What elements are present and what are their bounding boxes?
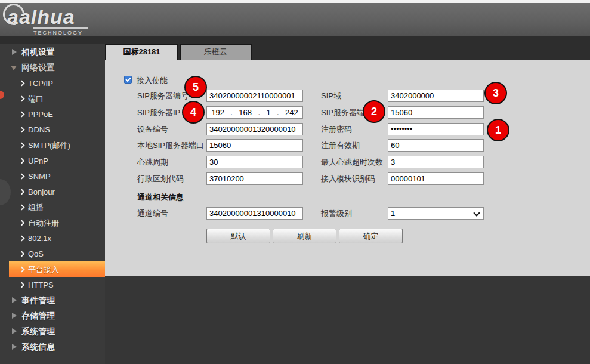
heartbeat-period-label: 心跳周期 bbox=[137, 156, 168, 168]
chevron-right-icon bbox=[19, 251, 25, 257]
sidebar-item-port[interactable]: 端口 bbox=[0, 91, 105, 106]
sip-server-port-input[interactable] bbox=[388, 106, 484, 119]
ip-octet-3: 1 bbox=[266, 108, 270, 117]
local-sip-port-input[interactable] bbox=[206, 139, 303, 152]
admin-region-code-label: 行政区划代码 bbox=[137, 172, 184, 185]
alarm-level-label: 报警级别 bbox=[321, 207, 352, 220]
chevron-right-icon bbox=[19, 112, 25, 118]
annotation-badge-3: 3 bbox=[484, 82, 507, 104]
sidebar-item-qos[interactable]: QoS bbox=[0, 246, 105, 261]
chevron-right-icon bbox=[19, 189, 25, 195]
channel-info-section-header: 通道相关信息 bbox=[137, 192, 184, 203]
sidebar-item-smtp[interactable]: SMTP(邮件) bbox=[0, 137, 105, 153]
chevron-right-icon bbox=[19, 143, 25, 149]
register-validity-input[interactable] bbox=[388, 139, 484, 152]
chevron-right-icon bbox=[19, 282, 25, 288]
app-header: aalhua TECHNOLOGY bbox=[0, 3, 590, 36]
sidebar-item-auto-register[interactable]: 自动注册 bbox=[0, 215, 105, 230]
sidebar-item-upnp[interactable]: UPnP bbox=[0, 153, 105, 168]
sidebar-item-platform-access[interactable]: 平台接入 bbox=[9, 261, 105, 277]
chevron-right-icon bbox=[19, 236, 25, 242]
sidebar-item-pppoe[interactable]: PPPoE bbox=[0, 106, 105, 122]
enable-access-label: 接入使能 bbox=[137, 75, 168, 86]
annotation-badge-2: 2 bbox=[363, 100, 385, 123]
sidebar-group-label: 网络设置 bbox=[21, 63, 55, 72]
chevron-right-icon bbox=[19, 81, 25, 87]
ip-dot: . bbox=[277, 108, 279, 117]
ip-octet-2: 168 bbox=[239, 108, 252, 117]
alarm-level-value: 1 bbox=[391, 209, 395, 218]
dahua-logo: aalhua TECHNOLOGY bbox=[7, 7, 88, 36]
access-module-id-input[interactable] bbox=[388, 172, 484, 185]
sidebar-group-network-settings[interactable]: 网络设置 bbox=[0, 60, 105, 75]
sidebar-item-ddns[interactable]: DDNS bbox=[0, 122, 105, 137]
sip-server-id-input[interactable] bbox=[206, 90, 303, 102]
sip-server-ip-input[interactable]: 192 . 168 . 1 . 242 bbox=[206, 106, 303, 119]
sidebar: 相机设置 网络设置 TCP/IP 端口 PPPoE DDNS SMTP(邮件) … bbox=[0, 44, 105, 364]
sidebar-item-snmp[interactable]: SNMP bbox=[0, 168, 105, 184]
local-sip-port-label: 本地SIP服务器端口 bbox=[137, 139, 204, 152]
sidebar-group-storage-management[interactable]: 存储管理 bbox=[0, 308, 105, 323]
ip-dot: . bbox=[230, 108, 233, 117]
admin-region-code-input[interactable] bbox=[206, 172, 303, 185]
heartbeat-period-input[interactable] bbox=[206, 156, 303, 168]
confirm-button[interactable]: 确定 bbox=[339, 229, 403, 243]
expanded-triangle-icon bbox=[11, 66, 17, 70]
logo-main-text: alhua bbox=[19, 5, 75, 28]
annotation-badge-5: 5 bbox=[184, 76, 207, 98]
register-validity-label: 注册有效期 bbox=[321, 139, 360, 152]
sidebar-group-label: 相机设置 bbox=[21, 47, 55, 57]
annotation-badge-4: 4 bbox=[182, 101, 205, 124]
ip-octet-4: 242 bbox=[285, 108, 298, 117]
channel-id-input[interactable] bbox=[206, 207, 303, 220]
chevron-right-icon bbox=[19, 174, 25, 180]
max-heartbeat-timeout-input[interactable] bbox=[388, 156, 484, 168]
logo-subtext: TECHNOLOGY bbox=[33, 27, 88, 36]
chevron-right-icon bbox=[19, 96, 25, 102]
alarm-level-select[interactable]: 1 bbox=[388, 207, 484, 220]
sidebar-item-https[interactable]: HTTPS bbox=[0, 277, 105, 292]
enable-access-checkbox[interactable] bbox=[124, 76, 132, 84]
collapsed-triangle-icon bbox=[12, 328, 17, 334]
sidebar-item-bonjour[interactable]: Bonjour bbox=[0, 184, 105, 199]
collapsed-triangle-icon bbox=[12, 344, 17, 350]
collapsed-triangle-icon bbox=[12, 297, 17, 303]
sip-domain-label: SIP域 bbox=[321, 90, 341, 102]
collapsed-triangle-icon bbox=[12, 49, 17, 55]
channel-id-label: 通道编号 bbox=[137, 207, 168, 220]
chevron-right-icon bbox=[19, 267, 25, 273]
sip-domain-input[interactable] bbox=[388, 90, 484, 102]
sidebar-group-system-management[interactable]: 系统管理 bbox=[0, 323, 105, 339]
device-id-input[interactable] bbox=[206, 123, 303, 135]
sidebar-item-multicast[interactable]: 组播 bbox=[0, 199, 105, 215]
tab-lechengyun[interactable]: 乐橙云 bbox=[180, 44, 252, 60]
sip-server-ip-label: SIP服务器IP bbox=[137, 106, 180, 119]
refresh-button[interactable]: 刷新 bbox=[273, 229, 336, 243]
access-module-id-label: 接入模块识别码 bbox=[321, 172, 375, 185]
ip-dot: . bbox=[258, 108, 260, 117]
logo-a-ring-icon: a bbox=[7, 7, 19, 27]
annotation-badge-1: 1 bbox=[487, 119, 509, 141]
chevron-down-icon bbox=[473, 209, 480, 216]
register-password-label: 注册密码 bbox=[321, 123, 352, 135]
sidebar-group-camera-settings[interactable]: 相机设置 bbox=[0, 44, 105, 60]
ip-octet-1: 192 bbox=[211, 108, 224, 117]
chevron-right-icon bbox=[19, 205, 25, 211]
sidebar-item-8021x[interactable]: 802.1x bbox=[0, 230, 105, 246]
logo-text: aalhua bbox=[7, 7, 88, 27]
chevron-right-icon bbox=[19, 127, 25, 133]
default-button[interactable]: 默认 bbox=[206, 229, 270, 243]
max-heartbeat-timeout-label: 最大心跳超时次数 bbox=[321, 156, 383, 168]
device-id-label: 设备编号 bbox=[137, 123, 168, 135]
chevron-right-icon bbox=[19, 220, 25, 226]
collapsed-triangle-icon bbox=[12, 313, 17, 319]
chevron-right-icon bbox=[19, 158, 25, 164]
tab-gb28181[interactable]: 国标28181 bbox=[105, 44, 178, 60]
sidebar-item-tcpip[interactable]: TCP/IP bbox=[0, 75, 105, 91]
sip-server-id-label: SIP服务器编号 bbox=[137, 90, 189, 102]
settings-panel: 接入使能 SIP服务器编号 SIP服务器IP 192 . 168 . 1 . 2… bbox=[105, 60, 590, 276]
dahua-web-ui: aalhua TECHNOLOGY 相机设置 网络设置 TCP/IP 端口 PP… bbox=[0, 0, 590, 364]
sidebar-group-system-info[interactable]: 系统信息 bbox=[0, 339, 105, 354]
sidebar-group-event-management[interactable]: 事件管理 bbox=[0, 292, 105, 308]
register-password-input[interactable] bbox=[388, 123, 484, 135]
